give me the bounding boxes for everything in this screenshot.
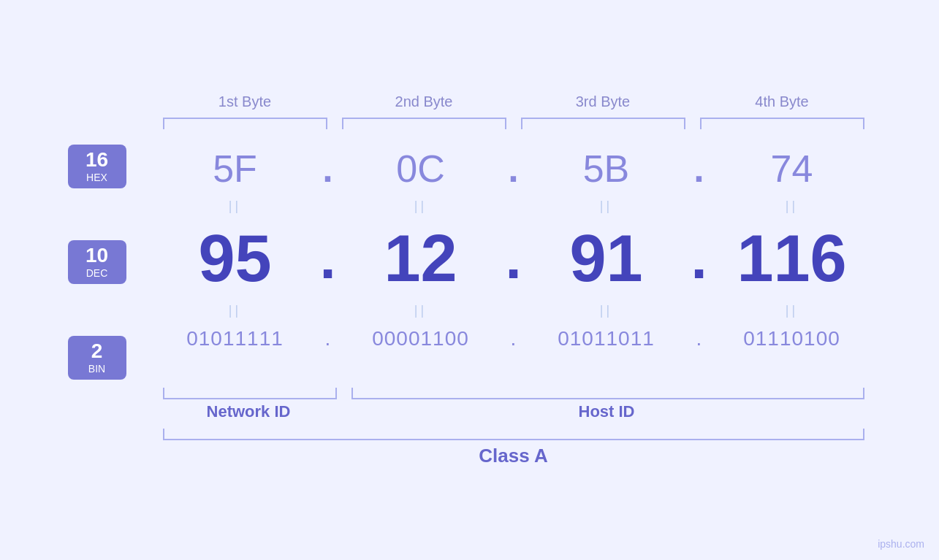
bottom-bracket-host	[351, 388, 864, 399]
hex-row: 5F . 0C . 5B . 74	[156, 141, 872, 196]
bottom-bracket-network	[163, 388, 337, 399]
bin-byte-4: 01110100	[712, 327, 872, 350]
bin-dot-1: .	[315, 327, 341, 350]
equals-2-b2: ||	[341, 303, 501, 318]
main-container: 1st Byte 2nd Byte 3rd Byte 4th Byte 16 H…	[68, 93, 872, 467]
watermark: ipshu.com	[878, 538, 924, 550]
dec-dot-3: .	[686, 229, 712, 288]
byte-label-4: 4th Byte	[693, 93, 872, 115]
equals-1-b1: ||	[156, 199, 315, 214]
top-bracket-2	[342, 118, 506, 129]
equals-1-b3: ||	[527, 199, 686, 214]
bottom-bracket-section	[68, 388, 872, 399]
equals-1-b2: ||	[341, 199, 501, 214]
byte-label-1: 1st Byte	[156, 93, 335, 115]
dec-byte-2: 12	[341, 221, 501, 296]
dec-byte-3: 91	[527, 221, 686, 296]
hex-dot-3: .	[686, 147, 712, 191]
class-bracket	[163, 429, 864, 440]
hex-badge: 16 HEX	[68, 145, 126, 188]
top-bracket-1	[163, 118, 327, 129]
bin-byte-3: 01011011	[527, 327, 686, 350]
dec-badge: 10 DEC	[68, 240, 126, 284]
values-area: 5F . 0C . 5B . 74 || || || || 95	[156, 141, 872, 383]
hex-byte-2: 0C	[341, 147, 501, 191]
equals-2-b1: ||	[156, 303, 315, 318]
dec-row: 95 . 12 . 91 . 116	[156, 217, 872, 301]
equals-1-b4: ||	[712, 199, 872, 214]
id-labels-row: Network ID Host ID	[68, 402, 872, 421]
network-id-label: Network ID	[163, 402, 335, 421]
hex-dot-1: .	[315, 147, 341, 191]
equals-2-b4: ||	[712, 303, 872, 318]
bin-row: 01011111 . 00001100 . 01011011 . 0111010…	[156, 321, 872, 356]
dec-byte-1: 95	[156, 221, 315, 296]
hex-byte-1: 5F	[156, 147, 315, 191]
hex-byte-3: 5B	[527, 147, 686, 191]
hex-dot-2: .	[501, 147, 527, 191]
bin-badge: 2 BIN	[68, 336, 126, 380]
bin-dot-3: .	[686, 327, 712, 350]
bin-byte-2: 00001100	[341, 327, 501, 350]
bottom-bracket-host-wrapper	[351, 388, 864, 399]
host-id-label: Host ID	[349, 402, 864, 421]
base-badges: 16 HEX 10 DEC 2 BIN	[68, 141, 156, 383]
bin-byte-1: 01011111	[156, 327, 315, 350]
hex-byte-4: 74	[712, 147, 872, 191]
equals-row-2: || || || ||	[156, 301, 872, 321]
dec-dot-1: .	[315, 229, 341, 288]
byte-label-2: 2nd Byte	[335, 93, 514, 115]
bin-dot-2: .	[501, 327, 527, 350]
class-label: Class A	[156, 445, 872, 467]
top-bracket-3	[521, 118, 685, 129]
dec-dot-2: .	[501, 229, 527, 288]
dec-byte-4: 116	[712, 221, 872, 296]
top-bracket-4	[700, 118, 864, 129]
byte-label-3: 3rd Byte	[514, 93, 693, 115]
equals-2-b3: ||	[527, 303, 686, 318]
class-section: Class A	[68, 429, 872, 467]
equals-row-1: || || || ||	[156, 196, 872, 217]
